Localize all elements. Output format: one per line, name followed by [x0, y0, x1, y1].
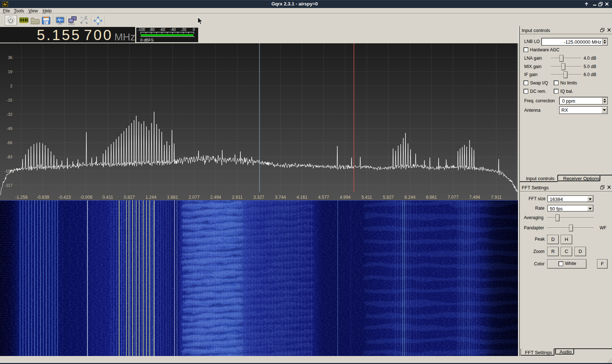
svg-text:4.994: 4.994 — [340, 195, 350, 200]
svg-text:-0.839: -0.839 — [37, 195, 49, 200]
svg-text:0.827: 0.827 — [124, 195, 135, 200]
svg-text:-1.256: -1.256 — [15, 195, 28, 200]
svg-text:7.494: 7.494 — [469, 195, 480, 200]
svg-text:2: 2 — [10, 84, 12, 88]
svg-text:5.827: 5.827 — [383, 195, 394, 200]
svg-text:-15: -15 — [7, 98, 12, 102]
svg-text:6.661: 6.661 — [426, 195, 437, 200]
svg-text:1.661: 1.661 — [167, 195, 178, 200]
svg-text:2.077: 2.077 — [189, 195, 200, 200]
svg-text:-66: -66 — [7, 141, 12, 145]
svg-text:-49: -49 — [7, 126, 12, 131]
svg-text:4.577: 4.577 — [318, 195, 329, 200]
svg-text:4.161: 4.161 — [297, 195, 307, 200]
svg-text:5.411: 5.411 — [361, 195, 372, 200]
svg-text:-117: -117 — [5, 183, 12, 187]
svg-text:7.077: 7.077 — [448, 195, 459, 200]
svg-text:-32: -32 — [7, 112, 12, 116]
svg-text:7.911: 7.911 — [491, 195, 502, 200]
svg-text:-83: -83 — [7, 155, 12, 159]
svg-text:-100: -100 — [4, 169, 12, 173]
svg-text:3.744: 3.744 — [275, 195, 286, 200]
svg-text:-0.006: -0.006 — [80, 195, 93, 200]
svg-text:-0.423: -0.423 — [58, 195, 71, 200]
svg-text:1.244: 1.244 — [145, 195, 156, 200]
svg-text:36: 36 — [8, 55, 12, 60]
svg-text:0.411: 0.411 — [102, 195, 113, 200]
svg-text:19: 19 — [8, 70, 12, 74]
svg-text:6.244: 6.244 — [404, 195, 415, 200]
svg-text:3.327: 3.327 — [253, 195, 264, 200]
svg-text:2.494: 2.494 — [210, 195, 221, 200]
svg-text:2.911: 2.911 — [232, 195, 243, 200]
